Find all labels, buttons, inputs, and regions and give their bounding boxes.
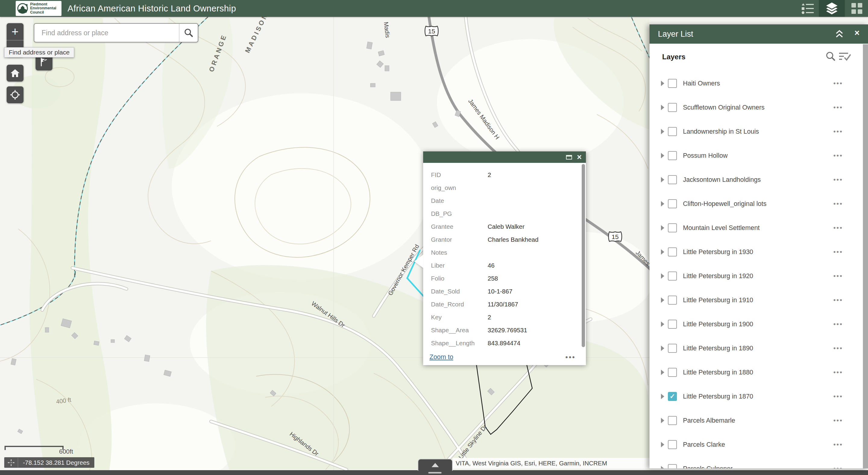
popup-anchor-arrow [414, 255, 423, 268]
layer-label[interactable]: Possum Hollow [683, 152, 727, 160]
layer-checkbox[interactable] [668, 223, 677, 232]
layer-label[interactable]: Landownership in St Louis [683, 128, 759, 135]
layer-label[interactable]: Mountain Level Settlement [683, 224, 760, 232]
attribute-table-handle[interactable] [428, 472, 441, 474]
layer-expand-arrow-icon[interactable] [661, 297, 664, 303]
layer-expand-arrow-icon[interactable] [661, 177, 664, 182]
layer-list-scrollbar[interactable] [863, 44, 868, 468]
layer-label[interactable]: Parcels Albemarle [683, 417, 735, 425]
layer-menu-button[interactable]: ••• [833, 296, 843, 304]
layer-expand-arrow-icon[interactable] [661, 273, 664, 279]
layer-expand-arrow-icon[interactable] [661, 442, 664, 447]
layer-menu-button[interactable]: ••• [833, 152, 843, 160]
layer-expand-arrow-icon[interactable] [661, 394, 664, 399]
layer-label[interactable]: Jacksontown Landholdings [683, 176, 761, 183]
layer-expand-arrow-icon[interactable] [661, 129, 664, 134]
layer-label[interactable]: Little Petersburg in 1900 [683, 320, 753, 328]
layer-menu-button[interactable]: ••• [833, 104, 843, 111]
layer-expand-arrow-icon[interactable] [661, 81, 664, 86]
layer-checkbox[interactable] [668, 320, 677, 329]
layer-menu-button[interactable]: ••• [833, 417, 843, 425]
layer-menu-button[interactable]: ••• [833, 441, 843, 448]
pec-logo-text: Piedmont Environmental Council [30, 2, 56, 15]
layer-row: Scuffletown Original Owners••• [650, 99, 858, 116]
layer-checkbox[interactable] [668, 368, 677, 377]
layer-checkbox[interactable] [668, 440, 677, 449]
layer-checkbox[interactable] [668, 296, 677, 305]
layer-expand-arrow-icon[interactable] [661, 466, 664, 468]
scalebar-tick-left [4, 446, 6, 450]
layer-checkbox[interactable] [668, 464, 677, 468]
layer-expand-arrow-icon[interactable] [661, 201, 664, 206]
layer-list-button[interactable] [819, 0, 845, 17]
zoom-in-button[interactable]: + [7, 23, 24, 40]
layer-label[interactable]: Little Petersburg in 1920 [683, 272, 753, 280]
layer-expand-arrow-icon[interactable] [661, 105, 664, 110]
layer-checkbox[interactable] [668, 79, 677, 88]
layer-expand-arrow-icon[interactable] [661, 321, 664, 327]
layer-menu-button[interactable]: ••• [833, 344, 843, 352]
layer-label[interactable]: Little Petersburg in 1870 [683, 393, 753, 400]
layer-label[interactable]: Parcels Culpeper [683, 465, 733, 469]
layer-expand-arrow-icon[interactable] [661, 153, 664, 158]
layer-label[interactable]: Little Petersburg in 1930 [683, 248, 753, 256]
layer-menu-button[interactable]: ••• [833, 368, 843, 376]
layer-checkbox[interactable] [668, 247, 677, 257]
layer-expand-arrow-icon[interactable] [661, 249, 664, 255]
scalebar [4, 446, 64, 447]
locate-button[interactable] [7, 87, 24, 103]
legend-button[interactable] [797, 0, 818, 17]
layer-menu-button[interactable]: ••• [833, 465, 843, 468]
layer-expand-arrow-icon[interactable] [661, 346, 664, 351]
layer-menu-button[interactable]: ••• [833, 224, 843, 232]
layer-label[interactable]: Haiti Owners [683, 80, 720, 87]
layer-label[interactable]: Scuffletown Original Owners [683, 104, 765, 111]
layer-label[interactable]: Parcels Clarke [683, 441, 725, 448]
layer-checkbox[interactable] [668, 344, 677, 353]
layer-menu-button[interactable]: ••• [833, 176, 843, 183]
layer-label[interactable]: Little Petersburg in 1910 [683, 297, 753, 304]
coordinate-crosshair-icon[interactable] [4, 458, 18, 468]
home-button[interactable] [7, 65, 24, 81]
layer-checkbox[interactable] [668, 127, 677, 136]
attribute-table-tab[interactable] [418, 459, 453, 471]
layer-label[interactable]: Little Petersburg in 1880 [683, 369, 753, 376]
apps-grid-button[interactable] [845, 0, 868, 17]
layer-menu-button[interactable]: ••• [833, 79, 843, 87]
layer-checkbox[interactable] [668, 199, 677, 208]
popup-scrollbar[interactable] [582, 164, 585, 347]
layer-menu-button[interactable]: ••• [833, 393, 843, 400]
search-input[interactable] [34, 24, 179, 42]
layer-checkbox[interactable] [668, 175, 677, 184]
layer-menu-button[interactable]: ••• [833, 200, 843, 208]
popup-field-row: Folio258 [431, 272, 579, 285]
legend-icon [801, 3, 814, 14]
layer-label[interactable]: Little Petersburg in 1890 [683, 345, 753, 352]
layer-expand-arrow-icon[interactable] [661, 370, 664, 375]
popup-maximize-icon[interactable] [566, 155, 572, 160]
zoom-to-link[interactable]: Zoom to [430, 353, 453, 361]
popup-menu-button[interactable]: ••• [565, 353, 576, 362]
popup-field-label: DB_PG [431, 210, 488, 217]
popup-header[interactable]: × [423, 151, 586, 163]
popup-field-row: Key2 [431, 311, 579, 324]
layer-checkbox[interactable] [668, 416, 677, 425]
layer-expand-arrow-icon[interactable] [661, 225, 664, 231]
popup-field-value: Caleb Walker [488, 223, 524, 230]
pec-logo[interactable]: Piedmont Environmental Council [16, 1, 61, 16]
search-button[interactable] [179, 24, 198, 42]
layer-menu-button[interactable]: ••• [833, 248, 843, 256]
layer-menu-button[interactable]: ••• [833, 128, 843, 135]
layer-checkbox[interactable] [668, 151, 677, 160]
layer-checkbox[interactable] [668, 272, 677, 280]
popup-field-label: orig_own [431, 184, 488, 192]
layer-menu-button[interactable]: ••• [833, 272, 843, 280]
route-shield-15-right: 15 [609, 232, 622, 241]
layer-checkbox[interactable]: ✓ [668, 392, 677, 401]
layer-checkbox[interactable] [668, 103, 677, 112]
popup-close-icon[interactable]: × [577, 154, 582, 160]
layer-expand-arrow-icon[interactable] [661, 418, 664, 423]
layer-menu-button[interactable]: ••• [833, 320, 843, 328]
feature-popup: × FID2orig_ownDateDB_PGGranteeCaleb Walk… [423, 151, 586, 365]
layer-label[interactable]: Clifton-Hopewell_original lots [683, 200, 767, 208]
